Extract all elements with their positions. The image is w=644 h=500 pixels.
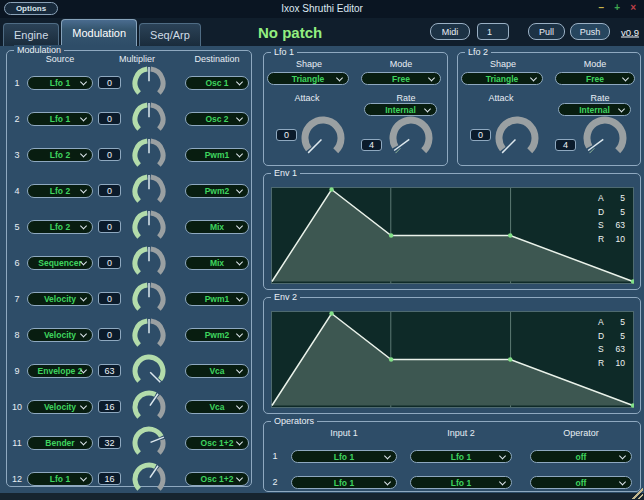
operator-input1-value: Lfo 1 xyxy=(334,478,354,488)
pull-button[interactable]: Pull xyxy=(528,23,565,40)
mod-source-select[interactable]: Sequencer xyxy=(27,256,93,270)
operator-input1-select[interactable]: Lfo 1 xyxy=(291,476,397,489)
env2-display[interactable]: A5D5S63R10 xyxy=(271,311,634,408)
mod-amount-knob[interactable] xyxy=(132,210,166,244)
chevron-down-icon xyxy=(236,294,243,301)
adsr-param: D5 xyxy=(598,206,625,220)
mod-amount-knob[interactable] xyxy=(132,282,166,316)
mod-amount-knob[interactable] xyxy=(132,354,166,388)
push-button[interactable]: Push xyxy=(570,23,610,40)
mod-amount-field[interactable]: 0 xyxy=(98,76,121,89)
operator-op-select[interactable]: off xyxy=(530,450,632,463)
lfo2-mode-select[interactable]: Free xyxy=(555,72,635,85)
mod-source-select[interactable]: Lfo 1 xyxy=(27,76,93,90)
lfo2-attack-knob[interactable] xyxy=(495,116,539,160)
mod-source-select[interactable]: Lfo 1 xyxy=(27,112,93,126)
mod-destination-value: Mix xyxy=(210,222,224,232)
mod-amount-field[interactable]: 0 xyxy=(98,292,121,305)
lfo1-shape-select[interactable]: Triangle xyxy=(267,72,349,85)
mod-amount-field[interactable]: 0 xyxy=(98,148,121,161)
mod-destination-select[interactable]: Vca xyxy=(185,364,249,378)
mod-amount-knob[interactable] xyxy=(132,462,166,496)
mod-amount-knob[interactable] xyxy=(132,426,166,460)
mod-amount-knob[interactable] xyxy=(132,174,166,208)
mod-destination-select[interactable]: Osc 1+2 xyxy=(185,472,249,486)
mod-source-select[interactable]: Bender xyxy=(27,436,93,450)
lfo1-rate-source-select[interactable]: Internal xyxy=(364,103,437,116)
mod-destination-select[interactable]: Pwm2 xyxy=(185,328,249,342)
mod-source-select[interactable]: Velocity xyxy=(27,328,93,342)
mod-destination-select[interactable]: Pwm1 xyxy=(185,148,249,162)
mod-source-select[interactable]: Lfo 2 xyxy=(27,220,93,234)
close-icon[interactable]: × xyxy=(630,2,636,14)
mod-amount-knob[interactable] xyxy=(132,318,166,352)
midi-button[interactable]: Midi xyxy=(430,23,470,40)
mod-amount-field[interactable]: 63 xyxy=(98,364,121,377)
lfo1-group-label: Lfo 1 xyxy=(271,47,297,58)
mod-amount-field[interactable]: 0 xyxy=(98,184,121,197)
mod-amount-field[interactable]: 0 xyxy=(98,112,121,125)
mod-source-select[interactable]: Lfo 2 xyxy=(27,184,93,198)
tab-modulation[interactable]: Modulation xyxy=(61,19,137,46)
mod-destination-select[interactable]: Pwm2 xyxy=(185,184,249,198)
lfo2-rate-field[interactable]: 4 xyxy=(555,139,576,151)
mod-source-select[interactable]: Lfo 2 xyxy=(27,148,93,162)
env2-adsr-values: A5D5S63R10 xyxy=(598,316,625,370)
mod-source-value: Bender xyxy=(45,438,74,448)
env1-display[interactable]: A5D5S63R10 xyxy=(271,187,634,284)
minimize-icon[interactable]: − xyxy=(598,2,604,14)
mod-amount-field[interactable]: 16 xyxy=(98,472,121,485)
midi-channel-select[interactable]: 1 xyxy=(477,23,509,40)
mod-destination-value: Osc 1 xyxy=(205,78,228,88)
mod-amount-field[interactable]: 0 xyxy=(98,256,121,269)
operator-op-select[interactable]: off xyxy=(530,476,632,489)
lfo2-shape-select[interactable]: Triangle xyxy=(461,72,543,85)
mod-destination-select[interactable]: Vca xyxy=(185,400,249,414)
mod-destination-select[interactable]: Pwm1 xyxy=(185,292,249,306)
adsr-param-value: 5 xyxy=(620,192,625,206)
lfo2-attack-label: Attack xyxy=(466,93,536,103)
mod-destination-select[interactable]: Osc 1+2 xyxy=(185,436,249,450)
mod-destination-select[interactable]: Mix xyxy=(185,256,249,270)
mod-amount-field[interactable]: 32 xyxy=(98,436,121,449)
mod-source-select[interactable]: Velocity xyxy=(27,292,93,306)
lfo2-rate-source-select[interactable]: Internal xyxy=(558,103,631,116)
lfo1-rate-field[interactable]: 4 xyxy=(361,139,382,151)
chevron-down-icon xyxy=(80,78,87,85)
multiplier-column-header: Multiplier xyxy=(102,54,172,64)
lfo2-rate-knob[interactable] xyxy=(583,116,627,160)
maximize-icon[interactable]: + xyxy=(614,2,620,14)
mod-destination-select[interactable]: Osc 2 xyxy=(185,112,249,126)
mod-source-select[interactable]: Lfo 1 xyxy=(27,472,93,486)
mod-destination-select[interactable]: Mix xyxy=(185,220,249,234)
mod-source-select[interactable]: Velocity xyxy=(27,400,93,414)
mod-destination-value: Pwm2 xyxy=(205,330,230,340)
lfo1-mode-select[interactable]: Free xyxy=(361,72,441,85)
mod-amount-knob[interactable] xyxy=(132,138,166,172)
mod-amount-field[interactable]: 0 xyxy=(98,220,121,233)
operator-input1-select[interactable]: Lfo 1 xyxy=(291,450,397,463)
mod-amount-field[interactable]: 0 xyxy=(98,328,121,341)
chevron-down-icon xyxy=(619,478,626,485)
mod-row: 8 Velocity 0 Pwm2 xyxy=(7,317,251,353)
lfo2-shape-label: Shape xyxy=(463,59,543,69)
chevron-down-icon xyxy=(618,105,625,112)
mod-row-number: 6 xyxy=(9,258,25,268)
mod-amount-knob[interactable] xyxy=(132,66,166,100)
operator-input2-select[interactable]: Lfo 1 xyxy=(410,476,512,489)
mod-source-select[interactable]: Envelope 2 xyxy=(27,364,93,378)
mod-amount-knob[interactable] xyxy=(132,102,166,136)
version-link[interactable]: v0.9 xyxy=(621,27,639,38)
tab-seq-arp[interactable]: Seq/Arp xyxy=(139,23,201,46)
tab-engine[interactable]: Engine xyxy=(3,23,59,46)
lfo1-attack-knob[interactable] xyxy=(301,116,345,160)
lfo2-attack-field[interactable]: 0 xyxy=(470,129,491,141)
mod-amount-knob[interactable] xyxy=(132,246,166,280)
lfo1-attack-field[interactable]: 0 xyxy=(276,129,297,141)
operator-input2-select[interactable]: Lfo 1 xyxy=(410,450,512,463)
mod-amount-field[interactable]: 16 xyxy=(98,400,121,413)
lfo1-rate-knob[interactable] xyxy=(389,116,433,160)
mod-amount-knob[interactable] xyxy=(132,390,166,424)
mod-destination-select[interactable]: Osc 1 xyxy=(185,76,249,90)
chevron-down-icon xyxy=(80,438,87,445)
